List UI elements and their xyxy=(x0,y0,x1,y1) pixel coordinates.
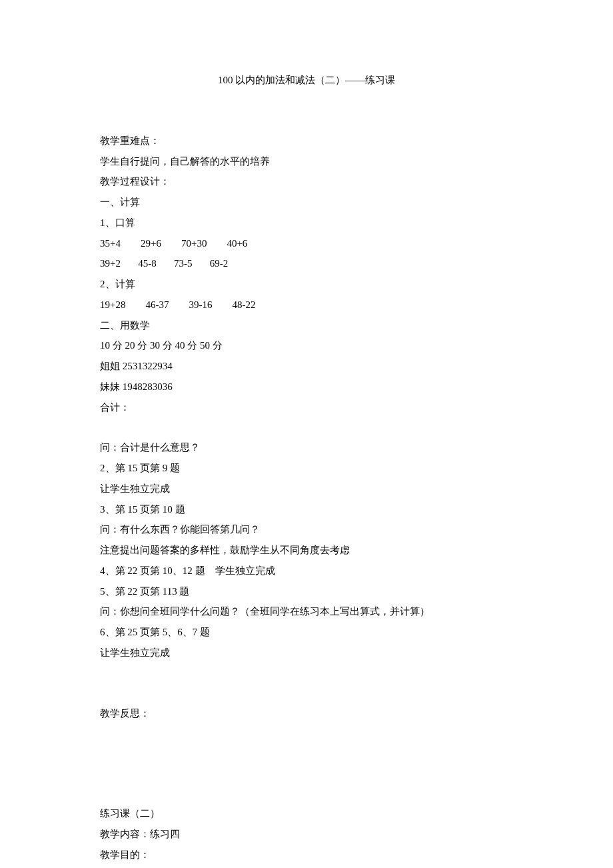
text-line: 教学目的： xyxy=(100,845,513,865)
text-line: 39+2 45-8 73-5 69-2 xyxy=(100,253,513,274)
text-line: 姐姐 2531322934 xyxy=(100,356,513,377)
text-line: 问：合计是什么意思？ xyxy=(100,437,513,458)
text-line: 问：有什么东西？你能回答第几问？ xyxy=(100,519,513,540)
text-line: 练习课（二） xyxy=(100,803,513,824)
text-line xyxy=(100,763,513,783)
text-line: 教学反思： xyxy=(100,703,513,724)
text-line: 二、用数学 xyxy=(100,315,513,336)
text-line: 教学过程设计： xyxy=(100,171,513,192)
text-line: 让学生独立完成 xyxy=(100,643,513,663)
text-line xyxy=(100,417,513,437)
text-line: 妹妹 1948283036 xyxy=(100,377,513,397)
text-line: 1、口算 xyxy=(100,213,513,233)
text-line xyxy=(100,723,513,743)
text-line xyxy=(100,683,513,703)
text-line: 35+4 29+6 70+30 40+6 xyxy=(100,233,513,254)
text-line: 问：你想问全班同学什么问题？（全班同学在练习本上写出算式，并计算） xyxy=(100,601,513,622)
text-line: 2、第 15 页第 9 题 xyxy=(100,458,513,479)
document-body: 教学重难点：学生自行提问，自己解答的水平的培养教学过程设计：一、计算1、口算35… xyxy=(100,131,513,868)
text-line: 19+28 46-37 39-16 48-22 xyxy=(100,295,513,315)
text-line: 1、加强对学生看图能力的培养。 xyxy=(100,865,513,869)
text-line: 合计： xyxy=(100,397,513,418)
text-line: 6、第 25 页第 5、6、7 题 xyxy=(100,622,513,643)
text-line: 教学重难点： xyxy=(100,131,513,151)
text-line: 一、计算 xyxy=(100,192,513,213)
text-line: 注意提出问题答案的多样性，鼓励学生从不同角度去考虑 xyxy=(100,540,513,561)
document-title: 100 以内的加法和减法（二）——练习课 xyxy=(100,70,513,91)
text-line: 3、第 15 页第 10 题 xyxy=(100,499,513,520)
text-line: 10 分 20 分 30 分 40 分 50 分 xyxy=(100,335,513,356)
text-line xyxy=(100,743,513,763)
text-line: 4、第 22 页第 10、12 题 学生独立完成 xyxy=(100,561,513,581)
text-line xyxy=(100,663,513,683)
text-line: 2、计算 xyxy=(100,274,513,295)
text-line xyxy=(100,783,513,803)
text-line: 学生自行提问，自己解答的水平的培养 xyxy=(100,151,513,172)
text-line: 让学生独立完成 xyxy=(100,479,513,499)
text-line: 教学内容：练习四 xyxy=(100,824,513,845)
text-line: 5、第 22 页第 113 题 xyxy=(100,581,513,602)
